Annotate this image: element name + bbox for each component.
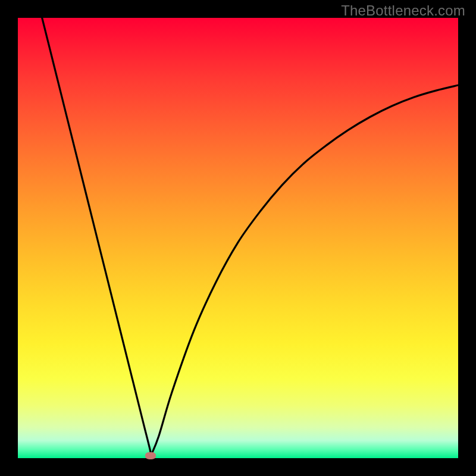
curve-right-branch — [151, 85, 458, 456]
watermark-text: TheBottleneck.com — [341, 2, 465, 19]
bottleneck-curve — [18, 18, 458, 458]
curve-left-branch — [42, 18, 151, 456]
chart-frame: TheBottleneck.com — [0, 0, 476, 476]
plot-area — [18, 18, 458, 458]
minimum-marker — [145, 452, 156, 459]
